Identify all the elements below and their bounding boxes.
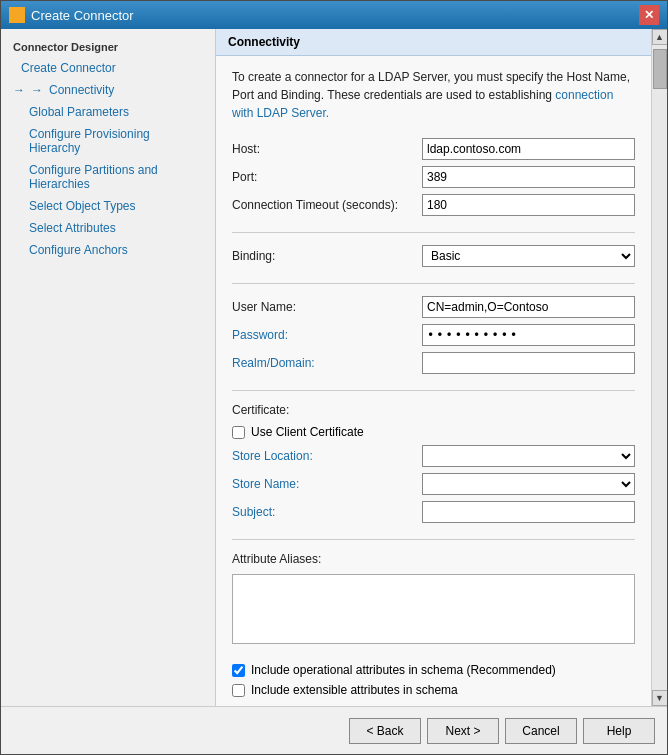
description-link: connection with LDAP Server. <box>232 88 613 120</box>
svg-rect-2 <box>11 16 16 21</box>
include-extensible-label: Include extensible attributes in schema <box>251 683 458 697</box>
password-input[interactable] <box>422 324 635 346</box>
use-client-cert-row: Use Client Certificate <box>232 425 635 439</box>
password-label: Password: <box>232 328 422 342</box>
scroll-down-arrow[interactable]: ▼ <box>652 690 668 706</box>
username-input[interactable] <box>422 296 635 318</box>
right-panel: Connectivity To create a connector for a… <box>216 29 651 706</box>
host-row: Host: <box>232 138 635 160</box>
username-row: User Name: <box>232 296 635 318</box>
use-client-cert-label: Use Client Certificate <box>251 425 364 439</box>
binding-label: Binding: <box>232 249 422 263</box>
port-input[interactable] <box>422 166 635 188</box>
divider-4 <box>232 539 635 540</box>
panel-body: To create a connector for a LDAP Server,… <box>216 56 651 706</box>
store-name-row: Store Name: <box>232 473 635 495</box>
include-operational-checkbox[interactable] <box>232 664 245 677</box>
store-location-row: Store Location: <box>232 445 635 467</box>
back-button[interactable]: < Back <box>349 718 421 744</box>
timeout-label: Connection Timeout (seconds): <box>232 198 422 212</box>
binding-section: Binding: Basic SSL Kerberos <box>232 245 635 267</box>
include-operational-label: Include operational attributes in schema… <box>251 663 556 677</box>
store-location-label: Store Location: <box>232 449 422 463</box>
help-button[interactable]: Help <box>583 718 655 744</box>
panel-header: Connectivity <box>216 29 651 56</box>
include-extensible-row: Include extensible attributes in schema <box>232 683 635 697</box>
realm-row: Realm/Domain: <box>232 352 635 374</box>
sidebar: Connector Designer Create Connector → Co… <box>1 29 216 706</box>
attribute-aliases-textarea[interactable] <box>232 574 635 644</box>
right-panel-container: Connectivity To create a connector for a… <box>216 29 667 706</box>
close-button[interactable]: ✕ <box>639 5 659 25</box>
password-row: Password: <box>232 324 635 346</box>
sidebar-item-configure-partitions[interactable]: Configure Partitions and Hierarchies <box>1 159 215 195</box>
attribute-aliases-label: Attribute Aliases: <box>232 552 635 566</box>
host-input[interactable] <box>422 138 635 160</box>
username-label: User Name: <box>232 300 422 314</box>
include-operational-row: Include operational attributes in schema… <box>232 663 635 677</box>
subject-label: Subject: <box>232 505 422 519</box>
subject-row: Subject: <box>232 501 635 523</box>
credentials-section: User Name: Password: Realm/Domain: <box>232 296 635 374</box>
main-content: Connector Designer Create Connector → Co… <box>1 29 667 706</box>
sidebar-section-title: Connector Designer <box>1 37 215 57</box>
host-label: Host: <box>232 142 422 156</box>
realm-input[interactable] <box>422 352 635 374</box>
include-extensible-checkbox[interactable] <box>232 684 245 697</box>
subject-input[interactable] <box>422 501 635 523</box>
sidebar-item-connectivity[interactable]: → Connectivity <box>1 79 215 101</box>
sidebar-item-configure-provisioning[interactable]: Configure Provisioning Hierarchy <box>1 123 215 159</box>
divider-1 <box>232 232 635 233</box>
binding-row: Binding: Basic SSL Kerberos <box>232 245 635 267</box>
sidebar-item-select-object-types[interactable]: Select Object Types <box>1 195 215 217</box>
store-name-select[interactable] <box>422 473 635 495</box>
app-icon <box>9 7 25 23</box>
realm-label: Realm/Domain: <box>232 356 422 370</box>
sidebar-item-select-attributes[interactable]: Select Attributes <box>1 217 215 239</box>
certificate-label: Certificate: <box>232 403 635 417</box>
divider-3 <box>232 390 635 391</box>
scroll-track[interactable] <box>652 45 668 690</box>
svg-rect-1 <box>18 9 23 14</box>
store-location-select[interactable] <box>422 445 635 467</box>
description-text: To create a connector for a LDAP Server,… <box>232 68 635 122</box>
next-button[interactable]: Next > <box>427 718 499 744</box>
store-name-label: Store Name: <box>232 477 422 491</box>
scroll-thumb[interactable] <box>653 49 667 89</box>
port-row: Port: <box>232 166 635 188</box>
cancel-button[interactable]: Cancel <box>505 718 577 744</box>
sidebar-item-global-parameters[interactable]: Global Parameters <box>1 101 215 123</box>
scrollbar[interactable]: ▲ ▼ <box>651 29 667 706</box>
scroll-up-arrow[interactable]: ▲ <box>652 29 668 45</box>
port-label: Port: <box>232 170 422 184</box>
certificate-section: Certificate: Use Client Certificate Stor… <box>232 403 635 523</box>
bottom-bar: < Back Next > Cancel Help <box>1 706 667 754</box>
title-bar: Create Connector ✕ <box>1 1 667 29</box>
binding-select[interactable]: Basic SSL Kerberos <box>422 245 635 267</box>
sidebar-item-configure-anchors[interactable]: Configure Anchors <box>1 239 215 261</box>
main-window: Create Connector ✕ Connector Designer Cr… <box>0 0 668 755</box>
attribute-aliases-section: Attribute Aliases: <box>232 552 635 647</box>
timeout-input[interactable] <box>422 194 635 216</box>
use-client-cert-checkbox[interactable] <box>232 426 245 439</box>
title-bar-left: Create Connector <box>9 7 134 23</box>
window-title: Create Connector <box>31 8 134 23</box>
sidebar-item-create-connector[interactable]: Create Connector <box>1 57 215 79</box>
svg-rect-3 <box>18 16 23 21</box>
timeout-row: Connection Timeout (seconds): <box>232 194 635 216</box>
host-section: Host: Port: Connection Timeout (seconds)… <box>232 138 635 216</box>
svg-rect-0 <box>11 9 16 14</box>
divider-2 <box>232 283 635 284</box>
